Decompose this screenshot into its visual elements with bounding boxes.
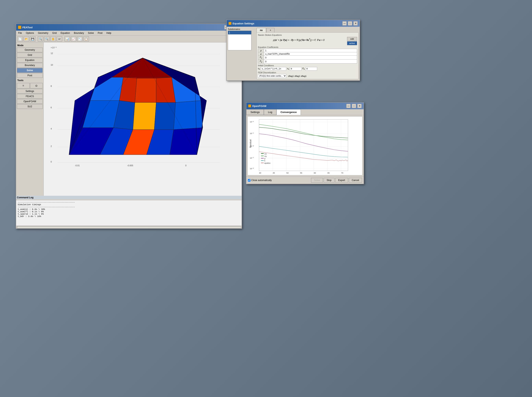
- menu-geometry[interactable]: Geometry: [37, 31, 49, 35]
- svg-marker-26: [154, 102, 176, 130]
- of-tab-log[interactable]: Log: [264, 109, 276, 115]
- svg-text:0: 0: [51, 161, 52, 163]
- command-log: ----------------------------------------…: [16, 200, 242, 226]
- eq-close[interactable]: ✕: [353, 21, 358, 25]
- sidebar-openfoam[interactable]: OpenFOAM: [17, 99, 43, 104]
- subdomain-list[interactable]: 1: [228, 31, 251, 50]
- solve-button[interactable]: Solve: [311, 178, 323, 183]
- ic-v0-input[interactable]: [290, 67, 302, 71]
- sidebar-settings[interactable]: Settings: [17, 89, 43, 93]
- sidebar-equation[interactable]: Equation: [17, 58, 43, 62]
- ic-p0-label: P0: [302, 68, 304, 70]
- sidebar-su2[interactable]: SU2: [17, 104, 43, 109]
- main-window-title: FEATool: [22, 26, 33, 29]
- svg-text:70: 70: [341, 172, 343, 174]
- eq-tab-plus[interactable]: +: [266, 28, 274, 32]
- sidebar-post[interactable]: Post: [17, 73, 43, 78]
- menu-grid[interactable]: Grid: [51, 31, 57, 35]
- of-tab-convergence[interactable]: Convergence: [276, 109, 301, 115]
- toolbar: 📄 📂 💾 🔍 🔍 ✋ ↩ 📊 📈 📉 📋: [16, 36, 242, 43]
- menu-options[interactable]: Options: [25, 31, 35, 35]
- eq-tab-ns[interactable]: ns: [257, 28, 266, 32]
- svg-text:50: 50: [286, 172, 289, 174]
- menu-post[interactable]: Post: [97, 31, 103, 35]
- toolbar-zoom-out[interactable]: 🔍: [44, 36, 50, 42]
- svg-text:×10⁻³: ×10⁻³: [51, 46, 57, 49]
- svg-text:8: 8: [51, 85, 52, 87]
- horizontal-scrollbar[interactable]: [16, 226, 242, 228]
- toolbar-chart4[interactable]: 📋: [83, 36, 89, 42]
- convergence-chart: 10⁻² 10⁻³ 10⁻⁴ 10⁻⁵ 10⁻⁶ Residual 40 45 …: [247, 116, 362, 175]
- of-tabs: Settings Log Convergence: [246, 109, 364, 115]
- toolbar-zoom-in[interactable]: 🔍: [38, 36, 43, 42]
- cancel-button[interactable]: Cancel: [349, 178, 362, 183]
- fem-discretization-select[interactable]: (P1/Q1) first order confor...: [258, 74, 286, 78]
- toolbar-chart1[interactable]: 📊: [64, 36, 70, 42]
- fem-section-label: FEM Discretization: [258, 71, 357, 74]
- of-tab-settings[interactable]: Settings: [246, 109, 264, 115]
- eq-section-title: Navier-Stokes Equations: [258, 34, 357, 36]
- ic-v0-label: v0: [287, 68, 289, 70]
- eq-window-controls: — □ ✕: [342, 21, 358, 25]
- eq-icon: [229, 22, 231, 25]
- toolbar-chart3[interactable]: 📉: [77, 36, 83, 42]
- legend-ux-label: Ux: [264, 153, 266, 155]
- svg-text:45: 45: [273, 172, 275, 174]
- sidebar-solve[interactable]: Solve: [17, 68, 43, 73]
- menu-file[interactable]: File: [17, 31, 23, 35]
- edit-button[interactable]: edit: [347, 37, 357, 41]
- active-button[interactable]: active: [347, 41, 357, 45]
- mode-label: Mode: [17, 43, 43, 47]
- equals-icon-btn[interactable]: =: [17, 83, 30, 88]
- coeff-symbol-rho: ρ: [258, 49, 264, 52]
- toolbar-pan[interactable]: ✋: [50, 36, 56, 42]
- coeff-value-rho: 1: [264, 49, 357, 52]
- ic-p0-input[interactable]: [305, 67, 317, 71]
- of-minimize[interactable]: —: [346, 104, 351, 108]
- sidebar-boundary[interactable]: Boundary: [17, 63, 43, 68]
- legend-p-label: p: [264, 157, 266, 160]
- svg-rect-70: [259, 119, 348, 171]
- svg-text:10⁻³: 10⁻³: [250, 132, 254, 134]
- legend-epsilon-icon: [261, 162, 264, 163]
- sidebar-geometry[interactable]: Geometry: [17, 48, 43, 52]
- coeff-value-fx: 0: [264, 56, 357, 60]
- sidebar-grid[interactable]: Grid: [17, 53, 43, 57]
- openfoam-window: OpenFOAM — □ ✕ Settings Log Convergence …: [246, 102, 364, 184]
- toolbar-rotate[interactable]: ↩: [57, 36, 62, 42]
- close-auto-checkbox[interactable]: [248, 179, 250, 182]
- export-button[interactable]: Export: [335, 178, 348, 183]
- stop-button[interactable]: Stop: [324, 178, 335, 183]
- menu-help[interactable]: Help: [106, 31, 112, 35]
- svg-text:0: 0: [185, 164, 187, 167]
- of-close[interactable]: ✕: [357, 104, 362, 108]
- coeff-symbol-fy: Fy: [258, 60, 264, 63]
- svg-text:Time: Time: [296, 175, 301, 175]
- sidebar-fenics[interactable]: FEniCS: [17, 94, 43, 99]
- fem-flags: sflag1 sflag1 sflag1: [288, 75, 307, 77]
- svg-text:4: 4: [51, 128, 52, 130]
- mesh-svg: ×10⁻³ 12 10 8 6 4 2 0: [44, 43, 242, 170]
- svg-text:12: 12: [51, 52, 53, 55]
- scrollbar-track[interactable]: [17, 226, 241, 228]
- toolbar-chart2[interactable]: 📈: [71, 36, 76, 42]
- main-content: Mode Geometry Grid Equation Boundary Sol…: [16, 43, 242, 196]
- log-line-7: t_bdr : 3.0s \ 16%: [18, 215, 240, 217]
- menu-equation[interactable]: Equation: [60, 31, 71, 35]
- of-maximize[interactable]: □: [352, 104, 356, 108]
- main-window: FEATool — □ ✕ File Options Geometry Grid…: [16, 24, 242, 229]
- coeff-row-fx: Fx 0: [258, 56, 357, 60]
- menu-solve[interactable]: Solve: [87, 31, 95, 35]
- menu-boundary[interactable]: Boundary: [73, 31, 85, 35]
- subdomain-item-1[interactable]: 1: [228, 31, 251, 34]
- toolbar-new[interactable]: 📄: [17, 36, 23, 42]
- eq-inner: Subdomains: 1 ns + Navier-Stokes Equatio…: [227, 27, 360, 80]
- ic-row: u0 v0 P0: [258, 67, 357, 71]
- eq-minimize[interactable]: —: [342, 21, 347, 25]
- svg-text:10⁻²: 10⁻²: [250, 121, 254, 123]
- target-icon-btn[interactable]: ⊙: [30, 83, 43, 88]
- toolbar-open[interactable]: 📂: [24, 36, 29, 42]
- ic-u0-input[interactable]: [261, 67, 286, 71]
- toolbar-save[interactable]: 💾: [30, 36, 35, 42]
- eq-maximize[interactable]: □: [348, 21, 352, 25]
